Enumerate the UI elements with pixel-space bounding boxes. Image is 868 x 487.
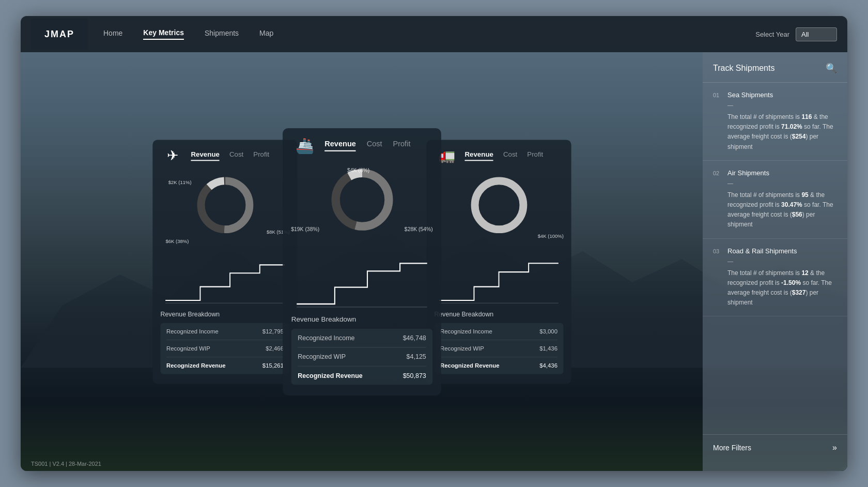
sea-item-header: 01 Sea Shipments bbox=[713, 91, 837, 99]
air-tab-revenue[interactable]: Revenue bbox=[191, 150, 219, 161]
air-item-name: Air Shipments bbox=[727, 169, 769, 177]
ship-total-val: $50,873 bbox=[402, 372, 426, 379]
truck-annot-1: $4K (100%) bbox=[537, 234, 563, 239]
ship-tab-cost[interactable]: Cost bbox=[366, 139, 382, 151]
road-item-desc: The total # of shipments is 12 & the rec… bbox=[713, 268, 837, 308]
air-row-total: Recognized Revenue $15,261 bbox=[166, 357, 283, 374]
truck-card: 🚛 Revenue Cost Profit bbox=[426, 140, 571, 384]
ship-wip-val: $4,125 bbox=[406, 353, 426, 360]
truck-breakdown-table: Recognized Income $3,000 Recognized WIP … bbox=[434, 323, 563, 374]
truck-total-val: $4,436 bbox=[539, 362, 557, 369]
cards-area: ✈ Revenue Cost Profit bbox=[21, 52, 703, 471]
ship-breakdown-title: Revenue Breakdown bbox=[291, 315, 432, 323]
ship-breakdown-table: Recognized Income $46,748 Recognized WIP… bbox=[291, 328, 432, 384]
truck-donut-container: $4K (100%) bbox=[431, 173, 566, 252]
panel-header: Track Shipments 🔍 bbox=[703, 63, 847, 83]
air-income-val: $12,795 bbox=[262, 328, 283, 334]
search-button[interactable]: 🔍 bbox=[826, 63, 837, 74]
ship-row-total: Recognized Revenue $50,873 bbox=[298, 366, 426, 384]
ship-icon: 🚢 bbox=[291, 134, 318, 156]
road-item-header: 03 Road & Rail Shipments bbox=[713, 247, 837, 255]
air-item-desc: The total # of shipments is 95 & the rec… bbox=[713, 190, 837, 230]
more-filters-label: More Filters bbox=[713, 444, 751, 452]
sea-item-name: Sea Shipments bbox=[727, 91, 773, 99]
truck-row-total: Recognized Revenue $4,436 bbox=[440, 357, 557, 374]
air-shipment-item: 02 Air Shipments — The total # of shipme… bbox=[703, 161, 847, 239]
right-panel: Track Shipments 🔍 01 Sea Shipments — The… bbox=[703, 52, 847, 471]
nav-key-metrics[interactable]: Key Metrics bbox=[143, 28, 184, 40]
air-item-num: 02 bbox=[713, 170, 723, 176]
air-revenue-section: Revenue Breakdown Recognized Income $12,… bbox=[152, 311, 297, 374]
air-total-label: Recognized Revenue bbox=[166, 362, 225, 369]
truck-tab-profit[interactable]: Profit bbox=[527, 150, 543, 161]
truck-wip-label: Recognized WIP bbox=[440, 345, 484, 352]
year-select[interactable]: All 2020 2019 2018 bbox=[796, 27, 837, 41]
truck-tab-cost[interactable]: Cost bbox=[503, 150, 517, 161]
sea-item-num: 01 bbox=[713, 92, 723, 98]
sea-item-dash: — bbox=[727, 102, 837, 108]
truck-donut bbox=[467, 173, 531, 237]
air-card-tabs: Revenue Cost Profit bbox=[191, 150, 289, 161]
select-year-label: Select Year bbox=[755, 31, 789, 38]
air-breakdown-title: Revenue Breakdown bbox=[160, 311, 289, 318]
truck-income-label: Recognized Income bbox=[440, 328, 492, 334]
truck-card-tabs: Revenue Cost Profit bbox=[464, 150, 563, 161]
ship-donut-container: $4K (8%) $19K (38%) $28K (54%) bbox=[288, 164, 436, 250]
nav-home[interactable]: Home bbox=[103, 29, 122, 39]
ship-income-label: Recognized Income bbox=[298, 334, 354, 342]
ship-card-tabs: Revenue Cost Profit bbox=[324, 139, 432, 151]
ship-step-chart bbox=[291, 256, 432, 310]
truck-total-label: Recognized Revenue bbox=[440, 362, 499, 369]
road-item-name: Road & Rail Shipments bbox=[727, 247, 797, 255]
panel-title: Track Shipments bbox=[713, 64, 774, 73]
air-donut bbox=[193, 173, 257, 237]
air-step-chart bbox=[160, 256, 289, 306]
ship-annot-3: $28K (54%) bbox=[404, 226, 432, 232]
ship-card: 🚢 Revenue Cost Profit bbox=[283, 128, 441, 395]
ship-income-val: $46,748 bbox=[402, 334, 426, 342]
app-logo: JMAP bbox=[31, 19, 88, 50]
truck-row-income: Recognized Income $3,000 bbox=[440, 323, 557, 340]
truck-step-chart bbox=[434, 256, 563, 306]
road-item-num: 03 bbox=[713, 248, 723, 254]
sea-item-desc: The total # of shipments is 116 & the re… bbox=[713, 112, 837, 152]
ship-annot-1: $4K (8%) bbox=[347, 167, 369, 173]
air-tab-cost[interactable]: Cost bbox=[229, 150, 243, 161]
air-annot-1: $2K (11%) bbox=[168, 179, 191, 185]
air-row-income: Recognized Income $12,795 bbox=[166, 323, 283, 340]
more-filters-button[interactable]: More Filters » bbox=[703, 434, 847, 461]
air-icon: ✈ bbox=[160, 145, 185, 165]
ship-tab-revenue[interactable]: Revenue bbox=[324, 139, 356, 151]
truck-tab-revenue[interactable]: Revenue bbox=[464, 150, 493, 161]
ship-row-wip: Recognized WIP $4,125 bbox=[298, 347, 426, 366]
truck-card-header: 🚛 Revenue Cost Profit bbox=[426, 140, 571, 165]
air-wip-val: $2,466 bbox=[266, 345, 284, 352]
ship-wip-label: Recognized WIP bbox=[298, 353, 346, 360]
truck-revenue-section: Revenue Breakdown Recognized Income $3,0… bbox=[426, 311, 571, 374]
truck-wip-val: $1,436 bbox=[539, 345, 557, 352]
air-item-dash: — bbox=[727, 180, 837, 186]
air-breakdown-table: Recognized Income $12,795 Recognized WIP… bbox=[160, 323, 289, 374]
road-item-dash: — bbox=[727, 258, 837, 264]
air-item-header: 02 Air Shipments bbox=[713, 169, 837, 177]
truck-income-val: $3,000 bbox=[539, 328, 557, 334]
chevron-right-icon: » bbox=[832, 443, 837, 452]
footer: TS001 | V2.4 | 28-Mar-2021 bbox=[31, 461, 101, 467]
nav-shipments[interactable]: Shipments bbox=[205, 29, 239, 39]
ship-donut bbox=[327, 164, 396, 234]
ship-tab-profit[interactable]: Profit bbox=[393, 139, 410, 151]
air-row-wip: Recognized WIP $2,466 bbox=[166, 340, 283, 357]
nav-links: Home Key Metrics Shipments Map bbox=[103, 28, 755, 40]
nav-right: Select Year All 2020 2019 2018 bbox=[755, 27, 837, 41]
truck-breakdown-title: Revenue Breakdown bbox=[434, 311, 563, 318]
ship-card-header: 🚢 Revenue Cost Profit bbox=[283, 128, 441, 156]
ship-row-income: Recognized Income $46,748 bbox=[298, 328, 426, 347]
air-total-val: $15,261 bbox=[262, 362, 283, 369]
sea-shipment-item: 01 Sea Shipments — The total # of shipme… bbox=[703, 83, 847, 161]
ship-total-label: Recognized Revenue bbox=[298, 372, 363, 379]
ship-annot-2: $19K (38%) bbox=[291, 226, 319, 232]
air-tab-profit[interactable]: Profit bbox=[253, 150, 269, 161]
air-income-label: Recognized Income bbox=[166, 328, 218, 334]
truck-row-wip: Recognized WIP $1,436 bbox=[440, 340, 557, 357]
nav-map[interactable]: Map bbox=[259, 29, 273, 39]
